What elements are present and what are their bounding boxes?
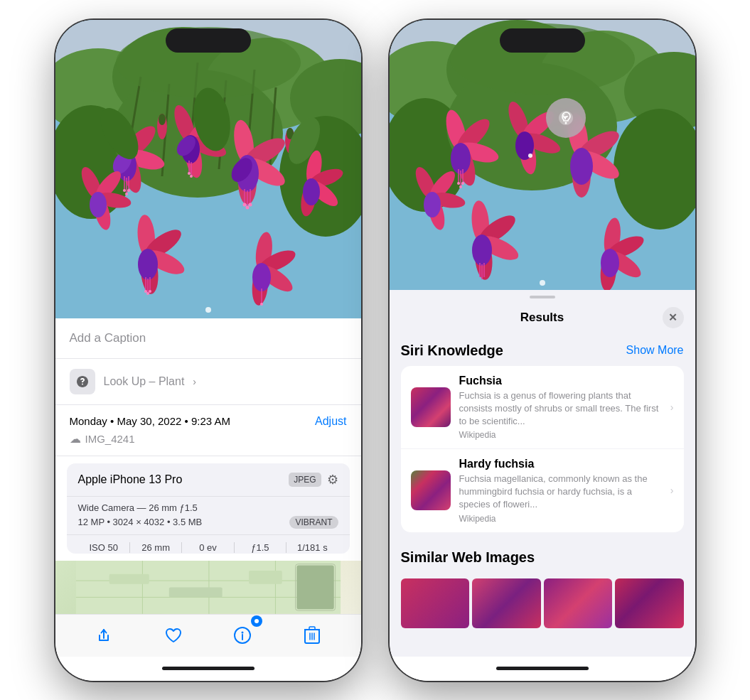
svg-point-142: [472, 235, 492, 266]
results-title: Results: [422, 311, 663, 325]
exif-row: ISO 50 26 mm 0 ev ƒ1.5 1/181 s: [67, 535, 350, 554]
svg-rect-97: [296, 565, 333, 609]
similar-section: Similar Web Images: [401, 544, 684, 628]
svg-point-125: [457, 182, 460, 185]
adjust-button[interactable]: Adjust: [315, 415, 346, 428]
photo-area[interactable]: [55, 20, 361, 318]
svg-point-25: [125, 193, 128, 195]
visual-lookup-icon: [70, 369, 95, 394]
svg-rect-94: [168, 587, 222, 597]
results-panel: Results ✕ Siri Knowledge Show More: [390, 290, 695, 657]
exif-ev: 0 ev: [182, 542, 234, 553]
svg-point-67: [138, 249, 158, 280]
results-header: Results ✕: [390, 304, 695, 337]
fuchsia-item[interactable]: Fuchsia Fuchsia is a genus of flowering …: [401, 366, 684, 450]
svg-point-121: [451, 143, 471, 174]
fuchsia-name: Fuchsia: [459, 375, 662, 387]
svg-point-126: [459, 185, 462, 188]
camera-detail: Wide Camera — 26 mm ƒ1.5 12 MP • 3024 × …: [67, 497, 350, 535]
similar-img-1[interactable]: [401, 578, 470, 628]
left-screen: Add a Caption Look Up – Plant › Mond: [55, 20, 361, 681]
caption-placeholder: Add a Caption: [70, 331, 146, 345]
camera-name: Apple iPhone 13 Pro: [78, 473, 183, 486]
format-badge: JPEG: [289, 473, 321, 487]
settings-icon[interactable]: ⚙: [327, 472, 338, 488]
results-scroll[interactable]: Siri Knowledge Show More Fuchsia Fuchsia…: [390, 337, 695, 657]
show-more-button[interactable]: Show More: [626, 344, 684, 357]
favorite-button[interactable]: [158, 620, 189, 651]
exif-iso: ISO 50: [78, 542, 130, 553]
share-button[interactable]: [88, 620, 119, 651]
camera-badges: JPEG ⚙: [289, 472, 338, 488]
vlu-dot: [528, 154, 532, 158]
svg-point-86: [82, 383, 83, 384]
svg-point-132: [570, 148, 593, 185]
right-screen: Results ✕ Siri Knowledge Show More: [390, 20, 695, 681]
home-indicator: [162, 667, 255, 670]
info-badge: [251, 615, 262, 627]
svg-point-47: [245, 205, 249, 209]
svg-point-155: [424, 192, 441, 217]
right-phone: Results ✕ Siri Knowledge Show More: [390, 20, 695, 681]
caption-field[interactable]: Add a Caption: [55, 318, 361, 359]
svg-point-150: [601, 249, 619, 277]
fuchsia-thumb: [411, 387, 451, 427]
cloud-icon: ☁: [70, 432, 81, 446]
right-home-indicator: [496, 667, 589, 670]
svg-point-36: [190, 175, 193, 178]
siri-knowledge-header: Siri Knowledge Show More: [401, 337, 684, 366]
svg-point-100: [242, 632, 244, 634]
svg-point-53: [90, 192, 107, 217]
exif-aperture: ƒ1.5: [235, 542, 286, 553]
camera-header: Apple iPhone 13 Pro JPEG ⚙: [67, 463, 350, 497]
hardy-fuchsia-source: Wikipedia: [459, 514, 662, 524]
svg-point-72: [146, 292, 149, 295]
hardy-fuchsia-name: Hardy fuchsia: [459, 458, 662, 470]
fuchsia-chevron: ›: [670, 402, 674, 413]
similar-img-3[interactable]: [544, 578, 613, 628]
svg-rect-104: [309, 627, 315, 630]
right-photo-area[interactable]: [390, 20, 695, 290]
panel-handle: [390, 290, 695, 304]
siri-knowledge-title: Siri Knowledge: [401, 343, 503, 359]
map-area[interactable]: [55, 561, 361, 614]
camera-specs-row: 12 MP • 3024 × 4032 • 3.5 MB VIBRANT: [78, 516, 338, 529]
svg-point-80: [260, 303, 263, 306]
svg-point-26: [127, 189, 130, 192]
hardy-fuchsia-thumb: [411, 470, 451, 510]
date-row: Monday • May 30, 2022 • 9:23 AM Adjust: [55, 405, 361, 431]
close-button[interactable]: ✕: [663, 307, 684, 328]
camera-info: Apple iPhone 13 Pro JPEG ⚙ Wide Camera —…: [67, 463, 350, 554]
lookup-row[interactable]: Look Up – Plant ›: [55, 359, 361, 405]
hardy-fuchsia-chevron: ›: [670, 485, 674, 496]
fuchsia-source: Wikipedia: [459, 430, 662, 440]
exif-focal: 26 mm: [130, 542, 182, 553]
home-bar: [55, 657, 361, 681]
svg-point-157: [540, 280, 545, 286]
exif-shutter: 1/181 s: [286, 542, 338, 553]
similar-img-4[interactable]: [615, 578, 684, 628]
lookup-chevron: ›: [193, 376, 196, 387]
visual-lookup-button[interactable]: [546, 98, 586, 138]
right-home-bar: [390, 657, 695, 681]
svg-point-73: [149, 290, 151, 293]
svg-point-85: [205, 307, 211, 313]
svg-point-46: [242, 203, 246, 206]
fuchsia-desc: Fuchsia is a genus of flowering plants t…: [459, 389, 662, 429]
svg-point-48: [248, 203, 252, 206]
svg-point-35: [188, 172, 191, 175]
camera-wide: Wide Camera — 26 mm ƒ1.5: [78, 502, 338, 513]
svg-point-158: [564, 122, 567, 124]
info-button[interactable]: [227, 620, 258, 651]
filename-row: ☁ IMG_4241: [55, 431, 361, 456]
dynamic-island-right: [500, 28, 585, 53]
lookup-text: Look Up – Plant: [104, 375, 185, 388]
toolbar: [55, 614, 361, 657]
hardy-fuchsia-item[interactable]: Hardy fuchsia Fuchsia magellanica, commo…: [401, 449, 684, 532]
svg-point-60: [159, 114, 166, 125]
svg-point-127: [461, 182, 464, 185]
knowledge-card: Fuchsia Fuchsia is a genus of flowering …: [401, 366, 684, 532]
similar-img-2[interactable]: [472, 578, 541, 628]
svg-point-71: [144, 290, 147, 293]
delete-button[interactable]: [296, 620, 328, 651]
